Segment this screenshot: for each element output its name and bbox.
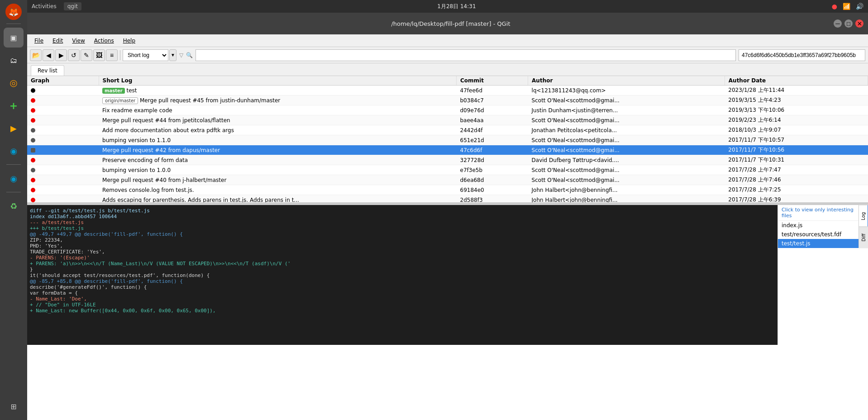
topbar-right: ● 📶 🔊 [832, 3, 863, 10]
menu-file[interactable]: File [30, 37, 48, 45]
date-cell: 2017/11/7 下午10:56 [725, 145, 868, 155]
maximize-button[interactable]: □ [844, 19, 853, 28]
filter-arrow-button[interactable]: ▼ [169, 49, 176, 61]
commit-cell: 2442d4f [457, 125, 528, 135]
edit-button[interactable]: ✎ [81, 49, 92, 61]
file-list-items: index.jstest/resources/test.fdftest/test… [778, 221, 858, 248]
taskbar-arrow[interactable]: ▶ [4, 118, 24, 138]
diff-line: - Name_Last: 'Doe', [30, 296, 775, 302]
network-icon[interactable]: ● [832, 3, 837, 10]
taskbar-git-plus[interactable]: + [4, 95, 24, 115]
volume-icon[interactable]: 🔊 [856, 3, 863, 10]
menu-edit[interactable]: Edit [48, 37, 67, 45]
view-list-button[interactable]: ≡ [106, 49, 118, 61]
refresh-button[interactable]: ↺ [68, 49, 80, 61]
table-row[interactable]: Fix readme example coded09e76dJustin Dun… [27, 105, 868, 115]
table-row[interactable]: Merge pull request #42 from dapus/master… [27, 145, 868, 155]
file-item[interactable]: test/resources/test.fdf [778, 230, 858, 239]
bottom-panel: diff --git a/test/test.js b/test/test.js… [27, 205, 868, 345]
date-cell: 2017/7/28 上午7:47 [725, 165, 868, 175]
table-row[interactable]: Preserve encoding of form data327728dDav… [27, 155, 868, 165]
back-button[interactable]: ◀ [43, 49, 54, 61]
graph-cell [27, 95, 99, 105]
graph-cell [27, 86, 99, 95]
activities-label[interactable]: Activities [32, 3, 57, 10]
commit-cell: d6ea68d [457, 175, 528, 185]
taskbar-git1[interactable]: ◎ [4, 73, 24, 93]
commit-cell: 47c6d6f [457, 145, 528, 155]
taskbar-grid[interactable]: ⊞ [4, 396, 24, 416]
author-cell: Scott O'Neal<scottmod@gmai... [528, 115, 725, 125]
menu-help[interactable]: Help [119, 37, 140, 45]
minimize-button[interactable]: ─ [834, 19, 842, 28]
commit-table-wrapper[interactable]: Graph Short Log Commit Author Author Dat… [27, 76, 868, 203]
date-cell: 2018/10/3 上午9:07 [725, 125, 868, 135]
date-cell: 2017/7/28 上午7:46 [725, 175, 868, 185]
diff-line: @@ -49,7 +49,7 @@ describe('fill-pdf', f… [30, 231, 775, 237]
col-header-date[interactable]: Author Date [725, 76, 868, 86]
commit-cell: 327728d [457, 155, 528, 165]
table-row[interactable]: Adds escaping for parenthesis. Adds pare… [27, 195, 868, 203]
table-row[interactable]: bumping version to 1.1.0651e21dScott O'N… [27, 135, 868, 145]
commit-cell: e7f3e5b [457, 165, 528, 175]
diff-line: var formData = { [30, 290, 775, 296]
commit-cell: 69184e0 [457, 185, 528, 195]
diff-line: +++ b/test/test.js [30, 225, 775, 231]
close-button[interactable]: ✕ [855, 19, 863, 28]
date-cell: 2017/11/7 下午10:57 [725, 135, 868, 145]
app-window: Activities qgit 1月28日 14:31 ● 📶 🔊 /home/… [27, 0, 868, 420]
col-header-shortlog[interactable]: Short Log [99, 76, 456, 86]
filter-dropdown[interactable]: Short log Full log All branches [123, 49, 168, 61]
taskbar-terminal[interactable]: ▣ [4, 28, 24, 48]
table-row[interactable]: Merge pull request #44 from jpetitcolas/… [27, 115, 868, 125]
author-cell: Scott O'Neal<scottmod@gmai... [528, 95, 725, 105]
col-header-author[interactable]: Author [528, 76, 725, 86]
file-item[interactable]: index.js [778, 221, 858, 230]
diff-line: + Name_Last: new Buffer([0x44, 0x00, 0x6… [30, 308, 775, 314]
author-cell: Scott O'Neal<scottmod@gmai... [528, 175, 725, 185]
taskbar-gitkraken2[interactable]: ◉ [4, 168, 24, 188]
topbar-left: Activities qgit [32, 2, 81, 10]
author-cell: Scott O'Neal<scottmod@gmai... [528, 165, 725, 175]
table-row[interactable]: bumping version to 1.0.0e7f3e5bScott O'N… [27, 165, 868, 175]
date-cell: 2017/7/28 上午6:39 [725, 195, 868, 203]
vtab-log[interactable]: Log [859, 205, 868, 227]
file-list-header[interactable]: Click to view only interesting files [778, 205, 858, 221]
shortlog-cell: bumping version to 1.1.0 [99, 135, 456, 145]
view-icon-button[interactable]: 🖼 [93, 49, 105, 61]
hash-display[interactable] [739, 49, 865, 61]
col-header-graph[interactable]: Graph [27, 76, 99, 86]
table-row[interactable]: Add more documentation about extra pdftk… [27, 125, 868, 135]
taskbar-files[interactable]: 🗂 [4, 50, 24, 70]
col-header-commit[interactable]: Commit [457, 76, 528, 86]
diff-line: + PARENS: 'a)\n>>\n<<\n/T (Name_Last)\n/… [30, 261, 775, 267]
diff-panel[interactable]: diff --git a/test/test.js b/test/test.js… [27, 205, 777, 345]
taskbar-activities[interactable]: 🦊 [5, 4, 22, 20]
app-label[interactable]: qgit [64, 2, 81, 10]
file-item[interactable]: test/test.js [778, 239, 858, 248]
window-controls: ─ □ ✕ [834, 19, 863, 28]
shortlog-cell: Merge pull request #40 from j-halbert/ma… [99, 175, 456, 185]
date-cell: 2017/11/7 下午10:31 [725, 155, 868, 165]
shortlog-cell: Adds escaping for parenthesis. Adds pare… [99, 195, 456, 203]
shortlog-cell: master test [99, 86, 456, 95]
window-chrome: /home/lq/Desktop/fill-pdf [master] - QGi… [27, 13, 868, 34]
tab-rev-list[interactable]: Rev list [31, 65, 64, 76]
forward-button[interactable]: ▶ [55, 49, 67, 61]
taskbar-divider-1 [6, 24, 21, 24]
table-row[interactable]: master test47fee6dlq<1213811243@qq.com>2… [27, 86, 868, 95]
menu-view[interactable]: View [67, 37, 89, 45]
table-row[interactable]: origin/master Merge pull request #45 fro… [27, 95, 868, 105]
table-row[interactable]: Removes console.log from test.js.69184e0… [27, 185, 868, 195]
menu-actions[interactable]: Actions [90, 37, 119, 45]
system-tray-icon1[interactable]: 📶 [843, 3, 850, 10]
table-row[interactable]: Merge pull request #40 from j-halbert/ma… [27, 175, 868, 185]
shortlog-cell: Preserve encoding of form data [99, 155, 456, 165]
vtab-diff[interactable]: Diff [859, 227, 868, 248]
taskbar-gitkraken1[interactable]: ◉ [4, 141, 24, 161]
search-input[interactable] [196, 49, 736, 61]
open-folder-button[interactable]: 📂 [30, 49, 42, 61]
taskbar-recycle[interactable]: ♻ [4, 196, 24, 216]
author-cell: David Dufberg Tøttrup<david.... [528, 155, 725, 165]
diff-line: ZIP: 22334, [30, 237, 775, 243]
